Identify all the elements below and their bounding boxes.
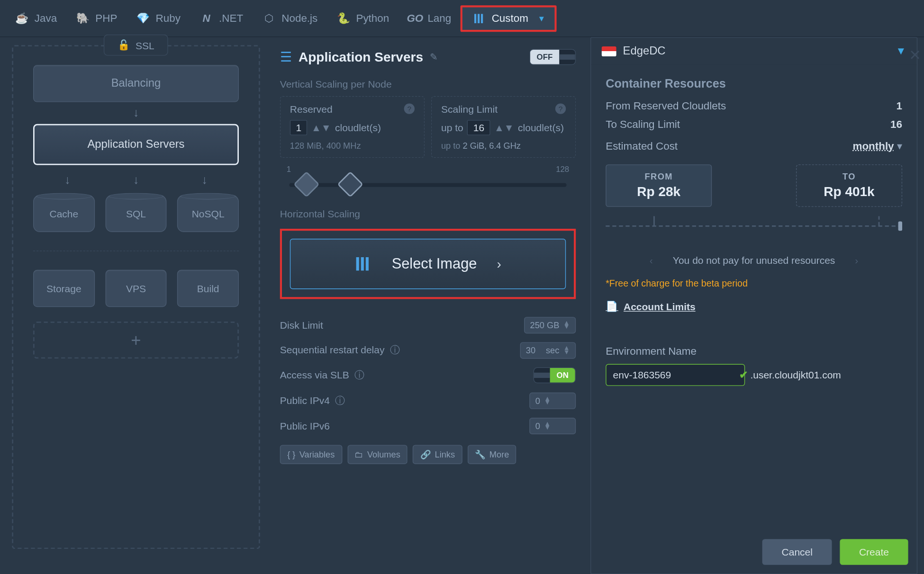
chevron-down-icon: ▼ <box>537 14 545 23</box>
reserved-card[interactable]: Reserved? 1▲▼ cloudlet(s) 128 MiB, 400 M… <box>280 96 425 158</box>
ipv4-row: Public IPv4 ⓘ 0▲▼ <box>280 388 576 413</box>
period-value: monthly <box>852 141 894 152</box>
tab-java[interactable]: ☕ Java <box>5 5 66 32</box>
ruby-icon: 💎 <box>136 11 151 26</box>
limit-handle[interactable] <box>337 171 363 197</box>
cfg-label: Public IPv6 <box>280 420 330 431</box>
tab-php[interactable]: 🐘 PHP <box>66 5 127 32</box>
arrow-down-icon: ↓ <box>201 173 208 187</box>
toggle-off-label: OFF <box>530 50 560 64</box>
disk-limit-row: Disk Limit 250 GB▲▼ <box>280 312 576 337</box>
tab-custom[interactable]: Custom ▼ <box>461 5 557 32</box>
help-icon[interactable]: ? <box>404 103 415 114</box>
variables-button[interactable]: { }Variables <box>280 445 342 464</box>
button-label: Select Image <box>392 255 477 272</box>
period-selector[interactable]: monthly ▾ <box>852 140 902 152</box>
more-button[interactable]: 🔧More <box>468 445 516 464</box>
create-button[interactable]: Create <box>840 539 908 565</box>
help-icon[interactable]: ⓘ <box>354 369 364 380</box>
button-label: More <box>489 449 509 459</box>
cost-value: Rp 401k <box>797 184 901 199</box>
toggle-handle <box>559 54 575 60</box>
cost-usage-bar[interactable] <box>606 216 902 236</box>
node-icon: ⬡ <box>262 11 276 26</box>
account-limits-link[interactable]: 📄 Account Limits <box>606 300 902 312</box>
cost-from-card: FROM Rp 28k <box>606 164 712 207</box>
tab-ruby[interactable]: 💎 Ruby <box>127 5 190 32</box>
button-label: Cancel <box>782 547 813 558</box>
ipv4-value[interactable]: 0▲▼ <box>529 392 576 409</box>
arrow-down-icon: ↓ <box>33 106 239 120</box>
button-label: Create <box>859 547 889 558</box>
volumes-button[interactable]: 🗀Volumes <box>347 445 408 464</box>
tab-dotnet[interactable]: N .NET <box>190 5 252 32</box>
config-panel: ☰ Application Servers ✎ OFF Vertical Sca… <box>272 37 584 574</box>
env-name-label: Environment Name <box>606 345 902 357</box>
menu-icon[interactable]: ☰ <box>280 49 292 65</box>
platform-tabs: ☕ Java 🐘 PHP 💎 Ruby N .NET ⬡ Node.js 🐍 P… <box>0 0 924 37</box>
slider-max: 128 <box>556 164 569 174</box>
reserved-value[interactable]: 1 <box>290 120 308 135</box>
chevron-left-icon[interactable]: ‹ <box>650 255 653 266</box>
slb-toggle[interactable]: ON <box>534 368 576 384</box>
tab-go[interactable]: GO Lang <box>399 5 461 32</box>
slider-handle[interactable] <box>898 222 902 231</box>
build-node[interactable]: Build <box>177 270 239 307</box>
storage-node[interactable]: Storage <box>33 270 95 307</box>
kv-label: To Scaling Limit <box>606 119 680 131</box>
cost-label: FROM <box>607 172 711 182</box>
cfg-label: Access via SLB <box>280 369 349 380</box>
php-icon: 🐘 <box>75 11 90 26</box>
limit-value[interactable]: 16 <box>467 120 490 135</box>
add-node-button[interactable]: + <box>33 322 239 359</box>
env-name-input[interactable] <box>613 369 739 381</box>
ssl-toggle[interactable]: 🔓 SSL <box>104 35 168 56</box>
cancel-button[interactable]: Cancel <box>762 539 832 565</box>
env-name-field[interactable]: ✔ <box>606 364 745 386</box>
restart-delay-value[interactable]: 30 sec▲▼ <box>520 342 576 359</box>
node-label: Build <box>197 283 219 294</box>
dotnet-icon: N <box>199 11 214 26</box>
ipv6-value[interactable]: 0▲▼ <box>529 417 576 434</box>
prefix: up to <box>441 141 460 151</box>
folder-icon: 🗀 <box>354 449 363 459</box>
select-image-button[interactable]: Select Image › <box>290 239 566 289</box>
application-servers-node[interactable]: Application Servers <box>33 124 239 165</box>
card-title: Scaling Limit <box>441 103 498 115</box>
kv-value: 1 <box>897 100 902 112</box>
button-label: Links <box>435 449 455 459</box>
chevron-down-icon: ▼ <box>896 45 906 57</box>
balancing-node[interactable]: Balancing <box>33 65 239 102</box>
close-icon[interactable]: ✕ <box>909 47 921 64</box>
node-label: SQL <box>126 208 146 219</box>
help-icon[interactable]: ⓘ <box>335 394 345 405</box>
slb-row: Access via SLB ⓘ ON <box>280 363 576 388</box>
help-icon[interactable]: ? <box>555 103 566 114</box>
cost-value: Rp 28k <box>607 184 711 199</box>
slider-min: 1 <box>287 164 291 174</box>
nosql-node[interactable]: NoSQL <box>177 195 239 232</box>
help-icon[interactable]: ⓘ <box>390 344 400 355</box>
node-power-toggle[interactable]: OFF <box>529 49 576 65</box>
cloudlet-slider[interactable]: 1128 <box>280 164 576 197</box>
tab-python[interactable]: 🐍 Python <box>327 5 399 32</box>
resources-title: Container Resources <box>606 77 902 90</box>
tab-node[interactable]: ⬡ Node.js <box>253 5 327 32</box>
lock-open-icon: 🔓 <box>118 39 130 51</box>
disk-limit-value[interactable]: 250 GB▲▼ <box>524 317 576 333</box>
sql-node[interactable]: SQL <box>105 195 167 232</box>
node-label: Application Servers <box>87 138 184 151</box>
region-selector[interactable]: EdgeDC ▼ <box>591 38 916 65</box>
vps-node[interactable]: VPS <box>105 270 167 307</box>
cache-node[interactable]: Cache <box>33 195 95 232</box>
edit-icon[interactable]: ✎ <box>430 52 438 62</box>
unit-label: cloudlet(s) <box>518 122 564 134</box>
chevron-right-icon[interactable]: › <box>855 255 858 266</box>
braces-icon: { } <box>287 449 295 459</box>
panel-title: Application Servers <box>299 49 423 64</box>
scaling-limit-card[interactable]: Scaling Limit? up to 16▲▼ cloudlet(s) up… <box>431 96 576 158</box>
prefix: up to <box>441 122 463 134</box>
reserved-handle[interactable] <box>293 171 319 197</box>
links-button[interactable]: 🔗Links <box>413 445 462 464</box>
limit-detail: 2 GiB, 6.4 GHz <box>463 141 521 151</box>
